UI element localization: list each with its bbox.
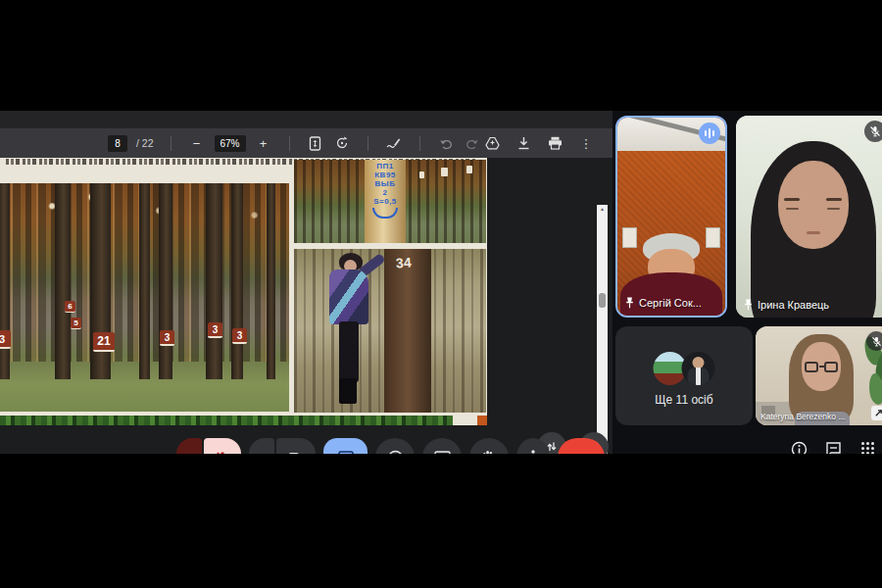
trunk-text: ПП1 <box>376 162 393 171</box>
tree-trunk <box>0 183 10 379</box>
trunk-paint-arc <box>372 208 398 219</box>
camera-button-group <box>249 438 316 454</box>
kebab-icon <box>531 450 535 454</box>
add-to-drive-icon <box>485 136 500 150</box>
download-icon <box>517 136 530 150</box>
trunk-text: 2 <box>383 188 388 197</box>
presenting-active-button[interactable] <box>323 438 368 454</box>
trunk-text: ВЫБ <box>375 179 396 188</box>
next-photo-chip <box>477 416 487 425</box>
tree-number-tag: 21 <box>93 332 115 352</box>
tree-trunk <box>159 183 172 379</box>
forest-photo-marked-trunk: ПП1 КВ95 ВЫБ 2 S=0,5 <box>294 160 486 243</box>
meeting-info-button[interactable] <box>790 441 808 454</box>
fit-page-button[interactable] <box>307 134 324 152</box>
page-number-input[interactable]: 8 <box>108 135 127 152</box>
toolbar-divider <box>368 136 368 151</box>
tree-trunk <box>55 183 71 379</box>
redo-button[interactable] <box>464 134 481 152</box>
participant-tile-sergii[interactable]: Сергій Сок... <box>615 116 727 318</box>
more-menu-button[interactable]: ⋮ <box>577 134 595 152</box>
info-icon <box>791 441 808 454</box>
tree-number-tag: 5 <box>71 318 81 329</box>
toolbar-divider <box>419 136 420 151</box>
muted-mic-indicator <box>866 331 882 351</box>
print-button[interactable] <box>546 134 564 152</box>
scroll-up-arrow[interactable]: ▲ <box>600 206 605 212</box>
tree-number-34: 34 <box>395 254 412 270</box>
present-screen-button[interactable] <box>422 438 462 454</box>
apps-grid-button[interactable] <box>858 441 876 454</box>
meet-controls-bar <box>176 438 605 454</box>
person-by-tree-photo: 34 <box>294 249 486 413</box>
chat-icon <box>825 441 842 454</box>
annotate-icon <box>386 136 401 150</box>
mic-button-group <box>176 438 241 454</box>
person-figure <box>327 253 386 410</box>
document-scrollbar[interactable]: ▲ ▼ <box>597 205 608 454</box>
participant-name: Сергій Сок... <box>639 297 702 309</box>
present-person-icon <box>338 451 354 454</box>
camera-options-button[interactable] <box>249 438 274 454</box>
tree-trunk <box>139 183 150 379</box>
chat-panel-button[interactable] <box>824 441 842 454</box>
forest-photo-numbered-trees: 3 6 5 21 3 3 3 <box>0 183 289 412</box>
more-participants-label: Ще 11 осіб <box>615 393 753 407</box>
overflow-participants-tile[interactable]: Ще 11 осіб <box>615 326 753 425</box>
tree-trunk <box>206 183 222 379</box>
participant-tile-iryna[interactable]: Ірина Кравець <box>736 116 882 318</box>
screen: 8 / 22 − 67% + <box>0 0 882 588</box>
mic-off-icon <box>216 451 229 454</box>
document-canvas: 3 6 5 21 3 3 3 ПП1 <box>0 158 612 454</box>
tree-trunk <box>267 183 275 379</box>
participant-name: Kateryna Berezenko ... <box>760 412 845 421</box>
tree-number-tag: 3 <box>0 330 11 349</box>
scrollbar-thumb[interactable] <box>599 293 606 308</box>
meet-window: 8 / 22 − 67% + <box>0 111 882 454</box>
camera-button[interactable] <box>276 438 316 454</box>
apps-grid-icon <box>860 441 875 454</box>
trunk-text: S=0,5 <box>373 197 397 206</box>
smiley-icon <box>387 450 404 455</box>
fit-page-icon <box>309 136 321 151</box>
participant-tile-kateryna[interactable]: Kateryna Berezenko ... <box>756 326 882 425</box>
speaking-indicator <box>699 122 720 144</box>
pdf-toolbar: 8 / 22 − 67% + <box>0 128 612 158</box>
shared-screen-presentation: 8 / 22 − 67% + <box>0 111 612 454</box>
present-screen-icon <box>434 451 451 454</box>
redo-icon <box>466 137 479 150</box>
toolbar-divider <box>289 136 290 151</box>
trunk-text: КВ95 <box>374 171 396 179</box>
tree-34-trunk: 34 <box>384 249 431 413</box>
zoom-in-button[interactable]: + <box>255 134 272 152</box>
mic-muted-button[interactable] <box>204 438 241 454</box>
viewer-chrome-strip <box>0 111 612 128</box>
add-to-drive-button[interactable] <box>483 134 501 152</box>
rotate-button[interactable] <box>333 134 351 152</box>
meet-side-controls <box>790 441 876 454</box>
undo-icon <box>439 137 453 150</box>
zoom-out-button[interactable]: − <box>188 134 206 152</box>
toolbar-divider <box>171 136 172 151</box>
tree-number-tag: 3 <box>208 322 222 338</box>
muted-mic-indicator <box>864 121 882 142</box>
zoom-level-input[interactable]: 67% <box>215 135 246 152</box>
mic-options-button[interactable] <box>176 438 202 454</box>
annotate-button[interactable] <box>385 134 403 152</box>
undo-button[interactable] <box>437 134 455 152</box>
print-icon <box>548 136 563 150</box>
avatar <box>682 352 715 385</box>
page-total-label: / 22 <box>136 137 154 149</box>
more-options-button[interactable] <box>516 438 550 454</box>
painted-trunk: ПП1 КВ95 ВЫБ 2 S=0,5 <box>365 160 406 243</box>
participant-name: Ірина Кравець <box>758 299 829 311</box>
reactions-button[interactable] <box>375 438 415 454</box>
tree-number-tag: 6 <box>65 301 75 313</box>
expand-tile-button[interactable] <box>871 406 882 420</box>
tree-number-tag: 3 <box>232 328 247 344</box>
leave-call-button[interactable] <box>558 438 605 454</box>
download-button[interactable] <box>514 134 532 152</box>
raised-hand-icon <box>482 450 497 454</box>
raise-hand-button[interactable] <box>469 438 509 454</box>
camera-icon <box>288 452 304 454</box>
